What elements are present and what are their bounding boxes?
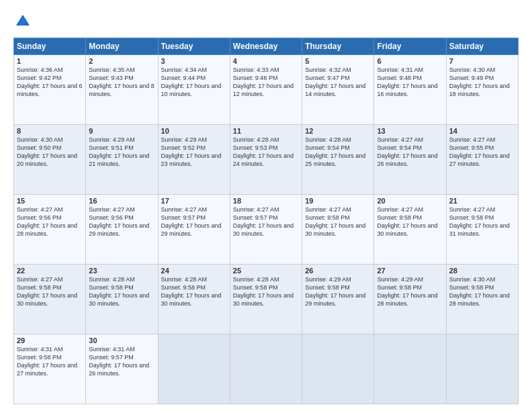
day-number: 26 <box>305 267 371 275</box>
day-info: Sunrise: 4:34 AMSunset: 9:44 PMDaylight:… <box>161 66 227 99</box>
calendar-cell: 16Sunrise: 4:27 AMSunset: 9:56 PMDayligh… <box>86 195 158 265</box>
calendar-cell: 22Sunrise: 4:27 AMSunset: 9:58 PMDayligh… <box>14 265 86 334</box>
day-number: 4 <box>233 57 299 65</box>
day-info: Sunrise: 4:32 AMSunset: 9:47 PMDaylight:… <box>305 66 371 99</box>
calendar-week-1: 1Sunrise: 4:36 AMSunset: 9:42 PMDaylight… <box>14 55 519 125</box>
day-number: 16 <box>89 197 154 205</box>
calendar-week-2: 8Sunrise: 4:30 AMSunset: 9:50 PMDaylight… <box>14 125 519 195</box>
day-info: Sunrise: 4:27 AMSunset: 9:57 PMDaylight:… <box>161 205 227 238</box>
day-number: 1 <box>17 57 83 65</box>
day-number: 19 <box>305 197 371 205</box>
day-info: Sunrise: 4:30 AMSunset: 9:58 PMDaylight:… <box>449 275 515 308</box>
calendar-week-3: 15Sunrise: 4:27 AMSunset: 9:56 PMDayligh… <box>14 195 519 265</box>
calendar-week-5: 29Sunrise: 4:31 AMSunset: 9:58 PMDayligh… <box>14 334 519 404</box>
day-info: Sunrise: 4:33 AMSunset: 9:46 PMDaylight:… <box>233 66 299 99</box>
day-info: Sunrise: 4:29 AMSunset: 9:51 PMDaylight:… <box>89 136 154 169</box>
day-number: 17 <box>161 197 227 205</box>
day-info: Sunrise: 4:27 AMSunset: 9:58 PMDaylight:… <box>377 205 443 238</box>
calendar-cell: 10Sunrise: 4:29 AMSunset: 9:52 PMDayligh… <box>158 125 230 195</box>
calendar-cell: 14Sunrise: 4:27 AMSunset: 9:55 PMDayligh… <box>446 125 518 195</box>
calendar-cell <box>302 334 374 404</box>
day-number: 11 <box>233 127 299 135</box>
calendar-week-4: 22Sunrise: 4:27 AMSunset: 9:58 PMDayligh… <box>14 265 519 334</box>
day-info: Sunrise: 4:31 AMSunset: 9:48 PMDaylight:… <box>377 66 443 99</box>
day-number: 28 <box>449 267 515 275</box>
calendar-cell: 8Sunrise: 4:30 AMSunset: 9:50 PMDaylight… <box>14 125 86 195</box>
day-info: Sunrise: 4:30 AMSunset: 9:49 PMDaylight:… <box>449 66 515 99</box>
day-number: 5 <box>305 57 371 65</box>
day-number: 29 <box>17 336 83 345</box>
calendar-header-wednesday: Wednesday <box>230 38 302 55</box>
day-number: 18 <box>233 197 299 205</box>
calendar-cell: 24Sunrise: 4:28 AMSunset: 9:58 PMDayligh… <box>158 265 230 334</box>
calendar-cell: 11Sunrise: 4:28 AMSunset: 9:53 PMDayligh… <box>230 125 302 195</box>
calendar-header-monday: Monday <box>86 38 158 55</box>
calendar-cell: 6Sunrise: 4:31 AMSunset: 9:48 PMDaylight… <box>374 55 446 125</box>
day-info: Sunrise: 4:28 AMSunset: 9:58 PMDaylight:… <box>89 275 154 308</box>
calendar-cell: 19Sunrise: 4:27 AMSunset: 9:58 PMDayligh… <box>302 195 374 265</box>
calendar-header-sunday: Sunday <box>14 38 86 55</box>
day-info: Sunrise: 4:28 AMSunset: 9:58 PMDaylight:… <box>233 275 299 308</box>
logo <box>13 12 35 31</box>
day-info: Sunrise: 4:27 AMSunset: 9:58 PMDaylight:… <box>17 275 83 308</box>
logo-icon <box>13 12 32 31</box>
calendar-cell: 29Sunrise: 4:31 AMSunset: 9:58 PMDayligh… <box>14 334 86 404</box>
day-number: 10 <box>161 127 227 135</box>
day-number: 7 <box>449 57 515 65</box>
calendar-header-row: SundayMondayTuesdayWednesdayThursdayFrid… <box>14 38 519 55</box>
calendar-cell: 7Sunrise: 4:30 AMSunset: 9:49 PMDaylight… <box>446 55 518 125</box>
calendar-cell <box>158 334 230 404</box>
calendar-cell: 28Sunrise: 4:30 AMSunset: 9:58 PMDayligh… <box>446 265 518 334</box>
day-info: Sunrise: 4:27 AMSunset: 9:57 PMDaylight:… <box>233 205 299 238</box>
calendar-cell: 30Sunrise: 4:31 AMSunset: 9:57 PMDayligh… <box>86 334 158 404</box>
day-number: 23 <box>89 267 154 275</box>
day-info: Sunrise: 4:29 AMSunset: 9:58 PMDaylight:… <box>305 275 371 308</box>
calendar-cell: 21Sunrise: 4:27 AMSunset: 9:58 PMDayligh… <box>446 195 518 265</box>
day-number: 25 <box>233 267 299 275</box>
calendar-cell: 4Sunrise: 4:33 AMSunset: 9:46 PMDaylight… <box>230 55 302 125</box>
day-info: Sunrise: 4:27 AMSunset: 9:56 PMDaylight:… <box>89 205 154 238</box>
day-number: 9 <box>89 127 154 135</box>
calendar-cell: 5Sunrise: 4:32 AMSunset: 9:47 PMDaylight… <box>302 55 374 125</box>
day-info: Sunrise: 4:27 AMSunset: 9:55 PMDaylight:… <box>449 136 515 169</box>
calendar-cell <box>230 334 302 404</box>
calendar-cell: 25Sunrise: 4:28 AMSunset: 9:58 PMDayligh… <box>230 265 302 334</box>
calendar-cell: 27Sunrise: 4:29 AMSunset: 9:58 PMDayligh… <box>374 265 446 334</box>
calendar-cell: 12Sunrise: 4:28 AMSunset: 9:54 PMDayligh… <box>302 125 374 195</box>
page: SundayMondayTuesdayWednesdayThursdayFrid… <box>0 0 532 411</box>
calendar-header-saturday: Saturday <box>446 38 518 55</box>
calendar-header-tuesday: Tuesday <box>158 38 230 55</box>
day-info: Sunrise: 4:31 AMSunset: 9:57 PMDaylight:… <box>89 345 154 378</box>
day-number: 21 <box>449 197 515 205</box>
day-number: 27 <box>377 267 443 275</box>
day-info: Sunrise: 4:29 AMSunset: 9:58 PMDaylight:… <box>377 275 443 308</box>
calendar-cell: 15Sunrise: 4:27 AMSunset: 9:56 PMDayligh… <box>14 195 86 265</box>
day-info: Sunrise: 4:27 AMSunset: 9:58 PMDaylight:… <box>449 205 515 238</box>
calendar-header-friday: Friday <box>374 38 446 55</box>
calendar-cell: 3Sunrise: 4:34 AMSunset: 9:44 PMDaylight… <box>158 55 230 125</box>
day-info: Sunrise: 4:28 AMSunset: 9:54 PMDaylight:… <box>305 136 371 169</box>
calendar-cell: 26Sunrise: 4:29 AMSunset: 9:58 PMDayligh… <box>302 265 374 334</box>
day-info: Sunrise: 4:27 AMSunset: 9:54 PMDaylight:… <box>377 136 443 169</box>
day-number: 3 <box>161 57 227 65</box>
day-number: 14 <box>449 127 515 135</box>
day-number: 22 <box>17 267 83 275</box>
day-info: Sunrise: 4:27 AMSunset: 9:56 PMDaylight:… <box>17 205 83 238</box>
calendar-cell: 2Sunrise: 4:35 AMSunset: 9:43 PMDaylight… <box>86 55 158 125</box>
day-info: Sunrise: 4:29 AMSunset: 9:52 PMDaylight:… <box>161 136 227 169</box>
day-info: Sunrise: 4:36 AMSunset: 9:42 PMDaylight:… <box>17 66 83 99</box>
calendar-cell: 17Sunrise: 4:27 AMSunset: 9:57 PMDayligh… <box>158 195 230 265</box>
calendar-cell <box>374 334 446 404</box>
day-info: Sunrise: 4:31 AMSunset: 9:58 PMDaylight:… <box>17 345 83 378</box>
day-number: 20 <box>377 197 443 205</box>
calendar-cell: 9Sunrise: 4:29 AMSunset: 9:51 PMDaylight… <box>86 125 158 195</box>
header <box>13 12 519 31</box>
day-number: 15 <box>17 197 83 205</box>
calendar-cell: 20Sunrise: 4:27 AMSunset: 9:58 PMDayligh… <box>374 195 446 265</box>
calendar-cell: 1Sunrise: 4:36 AMSunset: 9:42 PMDaylight… <box>14 55 86 125</box>
calendar: SundayMondayTuesdayWednesdayThursdayFrid… <box>13 38 519 404</box>
day-info: Sunrise: 4:30 AMSunset: 9:50 PMDaylight:… <box>17 136 83 169</box>
day-number: 30 <box>89 336 154 345</box>
day-number: 8 <box>17 127 83 135</box>
day-info: Sunrise: 4:35 AMSunset: 9:43 PMDaylight:… <box>89 66 154 99</box>
